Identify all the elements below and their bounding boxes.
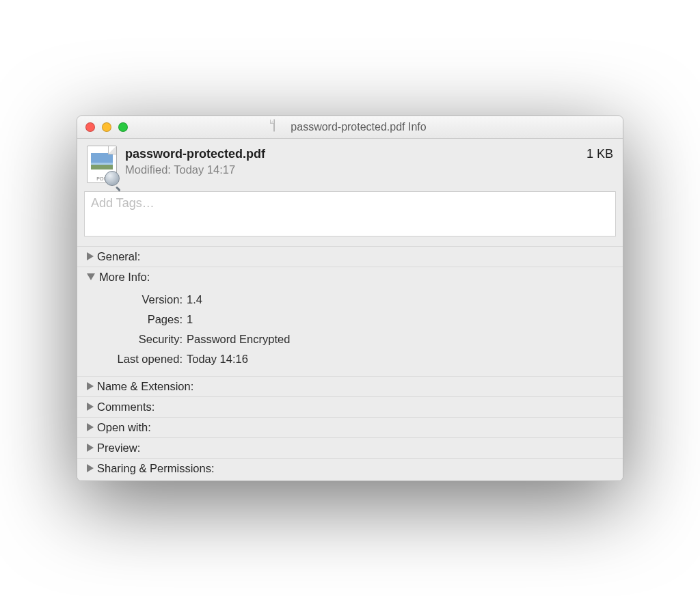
close-window-button[interactable] — [85, 122, 95, 132]
tags-field-container — [77, 191, 623, 246]
zoom-window-button[interactable] — [118, 122, 128, 132]
magnifier-overlay-icon — [105, 171, 120, 186]
section-name-extension-header[interactable]: Name & Extension: — [77, 377, 623, 396]
disclosure-triangle-right-icon — [87, 444, 94, 452]
tags-input[interactable] — [84, 191, 616, 236]
file-size: 1 KB — [587, 146, 613, 161]
info-header: PDF password-protected.pdf Modified: Tod… — [77, 139, 623, 191]
row-last-opened-value: Today 14:16 — [187, 349, 248, 369]
row-security-label: Security: — [85, 329, 187, 349]
disclosure-triangle-down-icon — [87, 273, 95, 280]
disclosure-triangle-right-icon — [87, 403, 94, 411]
section-sharing-permissions-header[interactable]: Sharing & Permissions: — [77, 459, 623, 478]
window-title: password-protected.pdf Info — [291, 121, 426, 133]
header-text: password-protected.pdf Modified: Today 1… — [125, 146, 578, 176]
traffic-lights — [77, 122, 128, 132]
titlebar-center: password-protected.pdf Info — [77, 120, 623, 135]
row-version-label: Version: — [85, 290, 187, 310]
section-open-with-label: Open with: — [97, 421, 151, 434]
row-last-opened-label: Last opened: — [85, 349, 187, 369]
row-version-value: 1.4 — [187, 290, 202, 310]
section-more-info-header[interactable]: More Info: — [77, 267, 623, 287]
row-pages: Pages: 1 — [85, 310, 615, 329]
row-pages-label: Pages: — [85, 310, 187, 329]
row-last-opened: Last opened: Today 14:16 — [85, 349, 615, 369]
row-security: Security: Password Encrypted — [85, 329, 615, 349]
modified-value: Today 14:17 — [174, 163, 235, 176]
section-sharing-permissions-label: Sharing & Permissions: — [97, 462, 215, 475]
row-pages-value: 1 — [187, 310, 193, 329]
section-general-label: General: — [97, 250, 140, 263]
modified-label: Modified: — [125, 163, 171, 176]
section-more-info-body: Version: 1.4 Pages: 1 Security: Password… — [77, 287, 623, 376]
section-comments: Comments: — [77, 396, 623, 417]
section-name-extension-label: Name & Extension: — [97, 380, 193, 393]
window-titlebar[interactable]: password-protected.pdf Info — [77, 116, 623, 139]
section-name-extension: Name & Extension: — [77, 376, 623, 396]
get-info-window: password-protected.pdf Info PDF password… — [77, 116, 623, 481]
row-security-value: Password Encrypted — [187, 329, 290, 349]
section-general: General: — [77, 246, 623, 267]
section-comments-header[interactable]: Comments: — [77, 397, 623, 417]
section-comments-label: Comments: — [97, 401, 154, 414]
section-general-header[interactable]: General: — [77, 247, 623, 267]
file-icon[interactable]: PDF — [87, 146, 117, 183]
disclosure-triangle-right-icon — [87, 464, 94, 472]
section-sharing-permissions: Sharing & Permissions: — [77, 458, 623, 480]
section-preview-label: Preview: — [97, 442, 140, 455]
section-more-info-label: More Info: — [99, 271, 150, 284]
titlebar-proxy-file-icon — [273, 120, 286, 135]
file-name: password-protected.pdf — [125, 147, 578, 161]
modified-line: Modified: Today 14:17 — [125, 163, 578, 176]
section-preview-header[interactable]: Preview: — [77, 438, 623, 458]
section-open-with-header[interactable]: Open with: — [77, 418, 623, 437]
row-version: Version: 1.4 — [85, 290, 615, 310]
section-open-with: Open with: — [77, 417, 623, 437]
minimize-window-button[interactable] — [102, 122, 111, 132]
disclosure-triangle-right-icon — [87, 382, 94, 390]
disclosure-triangle-right-icon — [87, 252, 94, 260]
section-preview: Preview: — [77, 437, 623, 458]
disclosure-triangle-right-icon — [87, 423, 94, 431]
section-more-info: More Info: Version: 1.4 Pages: 1 Securit… — [77, 267, 623, 376]
